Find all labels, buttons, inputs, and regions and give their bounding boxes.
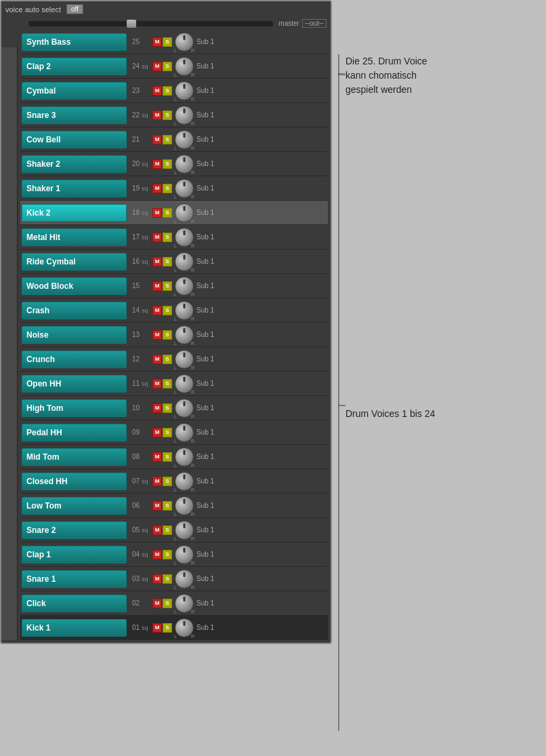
sub-output-label: Sub 1 — [196, 184, 214, 192]
master-slider-track[interactable] — [28, 21, 273, 26]
solo-button[interactable]: S — [163, 257, 172, 266]
sq-label: sq — [142, 112, 152, 119]
channel-row: Mid Tom08MSLRSub 1 — [20, 445, 328, 469]
solo-button[interactable]: S — [163, 428, 172, 437]
mute-button[interactable]: M — [152, 599, 162, 608]
channel-name-button[interactable]: Crunch — [22, 351, 127, 368]
channel-name-button[interactable]: Shaker 2 — [22, 155, 127, 173]
knob-l-label: L — [174, 243, 177, 248]
solo-button[interactable]: S — [163, 135, 172, 144]
solo-button[interactable]: S — [163, 86, 172, 96]
annotation-top-line1: Die 25. Drum Voice — [345, 54, 427, 68]
channel-name-button[interactable]: Synth Bass — [22, 33, 127, 51]
mute-button[interactable]: M — [152, 208, 162, 218]
mute-button[interactable]: M — [152, 379, 162, 389]
channel-name-button[interactable]: Snare 2 — [22, 521, 127, 539]
channel-name-button[interactable]: Shaker 1 — [22, 180, 127, 197]
toggle-off-button[interactable]: off — [66, 4, 83, 14]
channel-name-button[interactable]: Snare 3 — [22, 106, 127, 124]
mute-button[interactable]: M — [152, 550, 162, 559]
solo-button[interactable]: S — [163, 379, 172, 389]
solo-button[interactable]: S — [163, 550, 172, 559]
solo-button[interactable]: S — [163, 306, 172, 315]
channel-name-button[interactable]: Open HH — [22, 375, 127, 393]
mute-button[interactable]: M — [152, 233, 162, 242]
channel-name-button[interactable]: Clap 1 — [22, 546, 127, 563]
mute-button[interactable]: M — [152, 452, 162, 462]
solo-button[interactable]: S — [163, 281, 172, 291]
ms-group: MS — [152, 501, 172, 511]
channel-name-button[interactable]: Noise — [22, 326, 127, 344]
channel-name-button[interactable]: Closed HH — [22, 473, 127, 490]
channel-name-button[interactable]: Cymbal — [22, 82, 127, 100]
ms-group: MS — [152, 257, 172, 266]
mute-button[interactable]: M — [152, 86, 162, 96]
solo-button[interactable]: S — [163, 233, 172, 242]
solo-button[interactable]: S — [163, 37, 172, 47]
mute-button[interactable]: M — [152, 477, 162, 486]
sub-output-label: Sub 1 — [196, 111, 214, 119]
mute-button[interactable]: M — [152, 501, 162, 511]
channel-name-button[interactable]: Metal Hit — [22, 228, 127, 246]
solo-button[interactable]: S — [163, 403, 172, 413]
solo-button[interactable]: S — [163, 525, 172, 535]
solo-button[interactable]: S — [163, 355, 172, 364]
solo-button[interactable]: S — [163, 330, 172, 340]
channel-name-button[interactable]: Kick 2 — [22, 204, 127, 222]
mute-button[interactable]: M — [152, 428, 162, 437]
channel-name-button[interactable]: Snare 1 — [22, 570, 127, 588]
solo-button[interactable]: S — [163, 574, 172, 584]
mute-button[interactable]: M — [152, 281, 162, 291]
sq-label: sq — [142, 210, 152, 216]
mute-button[interactable]: M — [152, 623, 162, 633]
channel-number: 05 — [127, 526, 142, 534]
channel-name-button[interactable]: Pedal HH — [22, 424, 127, 441]
sub-output-label: Sub 1 — [196, 160, 214, 167]
ms-group: MS — [152, 525, 172, 535]
channel-name-button[interactable]: Crash — [22, 302, 127, 319]
channel-row: Wood Block15MSLRSub 1 — [20, 274, 328, 298]
mute-button[interactable]: M — [152, 330, 162, 340]
channel-name-button[interactable]: Clap 2 — [22, 58, 127, 75]
mute-button[interactable]: M — [152, 135, 162, 144]
solo-button[interactable]: S — [163, 599, 172, 608]
sub-output-label: Sub 1 — [196, 209, 214, 216]
mute-button[interactable]: M — [152, 257, 162, 266]
sub-output-label: Sub 1 — [196, 355, 214, 363]
channel-name-button[interactable]: Cow Bell — [22, 131, 127, 148]
pan-knob-container: LR — [172, 420, 196, 445]
channel-name-button[interactable]: Click — [22, 595, 127, 612]
mute-button[interactable]: M — [152, 306, 162, 315]
mute-button[interactable]: M — [152, 37, 162, 47]
mute-button[interactable]: M — [152, 403, 162, 413]
channel-name-button[interactable]: Ride Cymbal — [22, 253, 127, 271]
channel-name-button[interactable]: Wood Block — [22, 277, 127, 295]
mute-button[interactable]: M — [152, 184, 162, 193]
solo-button[interactable]: S — [163, 208, 172, 218]
mute-button[interactable]: M — [152, 62, 162, 71]
channel-name-button[interactable]: Low Tom — [22, 497, 127, 515]
channel-name-button[interactable]: Mid Tom — [22, 448, 127, 466]
mute-button[interactable]: M — [152, 111, 162, 120]
channel-name-button[interactable]: Kick 1 — [22, 619, 127, 637]
pan-knob-container: LR — [172, 250, 196, 274]
solo-button[interactable]: S — [163, 159, 172, 169]
solo-button[interactable]: S — [163, 111, 172, 120]
pan-knob-container: LR — [172, 542, 196, 567]
solo-button[interactable]: S — [163, 184, 172, 193]
solo-button[interactable]: S — [163, 452, 172, 462]
sub-output-label: Sub 1 — [196, 62, 214, 70]
mute-button[interactable]: M — [152, 574, 162, 584]
pan-knob-container: LR — [172, 225, 196, 250]
solo-button[interactable]: S — [163, 501, 172, 511]
solo-button[interactable]: S — [163, 477, 172, 486]
mute-button[interactable]: M — [152, 159, 162, 169]
sq-label: sq — [142, 161, 152, 167]
solo-button[interactable]: S — [163, 623, 172, 633]
mute-button[interactable]: M — [152, 525, 162, 535]
master-slider-thumb[interactable] — [127, 20, 136, 28]
mute-button[interactable]: M — [152, 355, 162, 364]
channel-name-button[interactable]: High Tom — [22, 399, 127, 417]
solo-button[interactable]: S — [163, 62, 172, 71]
channel-number: 18 — [127, 209, 142, 216]
